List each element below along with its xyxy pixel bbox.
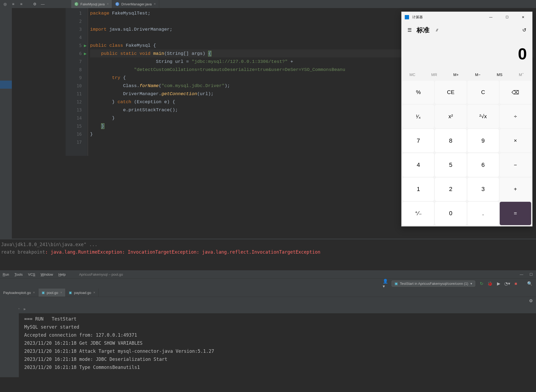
calc-button-4[interactable]: 4	[403, 153, 434, 177]
file-tabs: Payloadexploit.go × ▣ pool.go × ▣ payloa…	[0, 289, 536, 297]
history-icon[interactable]: ↺	[518, 24, 530, 36]
keep-on-top-icon[interactable]: ⫽	[432, 25, 442, 35]
memory-recall-button[interactable]: MR	[423, 70, 445, 80]
calc-button-9[interactable]: 9	[467, 129, 499, 152]
calc-button-3[interactable]: 3	[467, 178, 499, 201]
memory-clear-button[interactable]: MC	[402, 70, 423, 80]
tab-drivermanager[interactable]: C DriverManager.java ×	[112, 0, 159, 8]
calc-button-8[interactable]: 8	[435, 129, 466, 152]
calc-button-num-20[interactable]: ⁺⁄₋	[403, 202, 434, 225]
run-config-dropdown[interactable]: ▣ TestStart in ApricusFakemysql/core/con…	[392, 280, 475, 287]
calc-button-op-2[interactable]: C	[467, 81, 499, 104]
gear-icon[interactable]: ⚙	[526, 298, 536, 303]
terminal-line: 2023/11/20 16:21:18 Attack Target mysql-…	[24, 347, 533, 355]
user-icon[interactable]: 👤▾	[383, 281, 388, 286]
menu-bar: Run Tools VCS Window Help ApricusFakemys…	[0, 270, 536, 278]
calc-button-op-3[interactable]: ⌫	[500, 81, 531, 104]
memory-add-button[interactable]: M+	[445, 70, 467, 80]
close-icon[interactable]: ×	[60, 291, 62, 294]
debug-icon[interactable]: 🐞	[488, 281, 492, 286]
collapse-icon[interactable]: ≡	[19, 2, 24, 6]
search-icon[interactable]: 🔍	[527, 281, 532, 286]
close-icon[interactable]: ×	[33, 291, 35, 294]
calc-button-7[interactable]: 7	[403, 129, 434, 152]
memory-list-button[interactable]: M˅	[510, 70, 532, 80]
calc-button-op-6[interactable]: ²√x	[467, 105, 499, 128]
rerun-icon[interactable]: ↻	[479, 281, 484, 286]
chevron-icon[interactable]: »	[23, 307, 26, 311]
terminal-line: 2023/11/20 16:21:18 mode: JDBC Deseriali…	[24, 355, 533, 363]
calc-button-op-19[interactable]: +	[500, 178, 531, 201]
calc-button-1[interactable]: 1	[403, 178, 434, 201]
run-console[interactable]: Java\jdk1.8.0_241\bin\java.exe" ... reat…	[0, 240, 536, 256]
menu-vcs[interactable]: VCS	[28, 272, 35, 276]
minimize-icon[interactable]: —	[483, 12, 499, 23]
run-gutter-icon[interactable]: ▶	[84, 44, 87, 48]
expand-icon[interactable]: ≡	[11, 2, 16, 6]
calc-button-op-0[interactable]: %	[403, 81, 434, 104]
minimize-icon[interactable]: —	[519, 272, 524, 276]
profile-icon[interactable]: ◔▾	[505, 281, 510, 286]
target-icon[interactable]: ◎	[3, 2, 8, 6]
line-number: 13	[77, 107, 82, 113]
calc-button-0[interactable]: 0	[435, 202, 466, 225]
console-error-line: reate breakpoint : java.lang.RuntimeExce…	[1, 248, 535, 256]
line-number: 12	[77, 99, 82, 105]
maximize-icon[interactable]: ☐	[529, 272, 533, 276]
line-number: 1	[79, 11, 82, 16]
maximize-icon[interactable]: ☐	[499, 12, 515, 23]
calc-button-op-5[interactable]: x²	[435, 105, 466, 128]
tab-pool[interactable]: ▣ pool.go ×	[38, 289, 66, 297]
bottom-ide-window: Run Tools VCS Window Help ApricusFakemys…	[0, 270, 536, 392]
calc-button-op-1[interactable]: CE	[435, 81, 466, 104]
line-number: 4	[79, 35, 82, 40]
project-sidebar[interactable]	[0, 8, 12, 239]
run-gutter-icon[interactable]: ▶	[84, 52, 87, 56]
close-icon[interactable]: ✕	[515, 12, 531, 23]
calc-button-op-4[interactable]: ¹⁄ₓ	[403, 105, 434, 128]
calculator-window: 计算器 — ☐ ✕ ☰ 标准 ⫽ ↺ 0 MC MR M+ M− MS M˅ %…	[401, 12, 533, 226]
terminal-output[interactable]: === RUN TestStart MySQL server started A…	[0, 313, 536, 373]
hamburger-icon[interactable]: ☰	[404, 24, 416, 36]
stop-icon[interactable]: ■	[513, 281, 518, 286]
line-number: 9	[79, 75, 82, 80]
gear-icon[interactable]: ⚙	[32, 2, 37, 6]
editor-gutter: 1 2 3 4 5▶ 6▶ 7 8 9 10 11 12 13 14 15 16…	[66, 8, 87, 156]
calc-button-5[interactable]: 5	[435, 153, 466, 177]
tab-label: DriverManager.java	[121, 2, 152, 6]
tab-fakemysql[interactable]: C FakeMysql.java ×	[71, 0, 112, 8]
calc-button-op-11[interactable]: ×	[500, 129, 531, 152]
pane-divider[interactable]	[0, 239, 536, 239]
memory-store-button[interactable]: MS	[489, 70, 510, 80]
calc-button-num-22[interactable]: .	[467, 202, 499, 225]
calc-title: 计算器	[412, 15, 423, 20]
go-file-icon: ▣	[42, 291, 45, 294]
run-config-label: TestStart in ApricusFakemysql/core/conn …	[400, 282, 468, 286]
menu-run[interactable]: Run	[3, 272, 9, 276]
memory-subtract-button[interactable]: M−	[467, 70, 489, 80]
menu-tools[interactable]: Tools	[15, 272, 23, 276]
java-class-icon: C	[115, 2, 119, 6]
calc-header: ☰ 标准 ⫽ ↺	[402, 23, 532, 38]
editor-tabs: C FakeMysql.java × C DriverManager.java …	[71, 0, 159, 8]
line-number: 17	[77, 140, 82, 145]
go-file-icon: ▣	[69, 291, 72, 294]
close-icon[interactable]: ×	[107, 2, 109, 6]
line-number: 16	[77, 132, 82, 137]
tab-payload[interactable]: ▣ payload.go ×	[66, 289, 99, 297]
coverage-icon[interactable]: ▶	[496, 281, 501, 286]
console-line: Java\jdk1.8.0_241\bin\java.exe" ...	[1, 241, 535, 248]
close-icon[interactable]: ×	[154, 2, 156, 6]
calc-button-2[interactable]: 2	[435, 178, 466, 201]
calc-titlebar[interactable]: 计算器 — ☐ ✕	[402, 12, 532, 23]
calc-button-6[interactable]: 6	[467, 153, 499, 177]
tab-payloadexploit[interactable]: Payloadexploit.go ×	[0, 289, 38, 297]
calc-button-op-15[interactable]: −	[500, 153, 531, 177]
menu-window[interactable]: Window	[41, 272, 53, 276]
calc-button-op-7[interactable]: ÷	[500, 105, 531, 128]
menu-help[interactable]: Help	[58, 272, 66, 276]
hide-icon[interactable]: —	[40, 2, 45, 6]
calc-button-eq-23[interactable]: =	[500, 202, 531, 225]
close-icon[interactable]: ×	[93, 291, 95, 294]
run-sidebar[interactable]	[0, 297, 19, 377]
